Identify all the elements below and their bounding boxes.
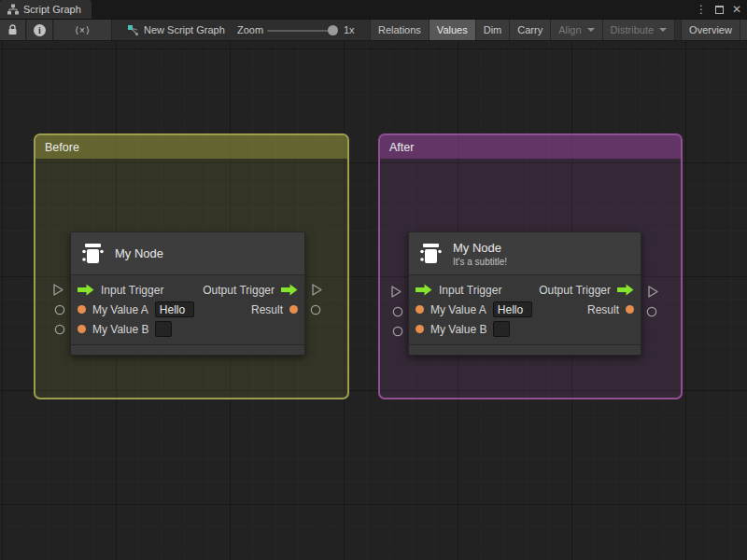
dropdown-arrow-icon [587,28,595,32]
fullscreen-button[interactable]: Full Scr [740,20,747,40]
zoom-label: Zoom [237,24,263,35]
ext-result-hint[interactable] [310,304,321,315]
maximize-icon[interactable] [715,6,724,14]
node-header[interactable]: My Node It's a subtitle! [409,232,641,275]
close-icon[interactable]: ✕ [732,0,741,19]
zoom-slider-handle[interactable] [328,25,338,35]
ext-exec-output-hint[interactable] [311,283,323,297]
group-before-label: Before [45,141,79,154]
port-row-value-a: My Value A Result [409,300,641,319]
graph-name-label: New Script Graph [144,24,225,35]
unit-box-icon [80,241,106,266]
result-port[interactable] [289,305,298,314]
exec-input-port[interactable] [416,284,432,296]
tab-title: Script Graph [23,4,81,15]
zoom-slider-track[interactable] [267,30,332,32]
exec-output-port[interactable] [617,284,634,296]
node-footer [71,344,304,355]
port-row-triggers: Input Trigger Output Trigger [71,280,304,300]
input-trigger-label: Input Trigger [439,284,501,297]
lock-icon [7,24,18,35]
window-menu-icon[interactable]: ⋮ [696,0,707,19]
lock-button[interactable] [0,20,26,40]
input-trigger-label: Input Trigger [101,284,163,297]
value-b-input[interactable] [493,321,510,337]
value-a-port[interactable] [78,305,86,314]
ext-exec-output-hint[interactable] [647,285,659,299]
ext-result-hint[interactable] [646,306,657,317]
ext-exec-input-hint[interactable] [390,285,402,299]
value-a-input[interactable] [155,301,194,317]
output-trigger-label: Output Trigger [539,284,611,297]
code-brackets-icon: ⟨×⟩ [75,25,91,35]
info-icon: i [34,24,46,36]
node-subtitle: It's a subtitle! [453,257,507,267]
result-label: Result [587,303,619,316]
node-body: Input Trigger Output Trigger My Value A [409,275,641,344]
ext-value-b-hint[interactable] [54,324,65,335]
graph-hierarchy-icon [7,4,19,15]
value-a-label: My Value A [92,303,148,316]
exec-input-port[interactable] [78,284,94,296]
value-b-input[interactable] [155,321,172,337]
ext-exec-input-hint[interactable] [52,283,64,297]
node-footer [409,344,641,355]
align-button[interactable]: Align [551,20,602,40]
group-after-header[interactable]: After [380,135,681,159]
ext-value-a-hint[interactable] [54,304,65,315]
value-b-label: My Value B [430,323,486,336]
port-row-value-b: My Value B [409,319,641,339]
code-preview-button[interactable]: ⟨×⟩ [54,20,112,40]
group-after-label: After [389,141,414,154]
port-row-value-b: My Value B [71,319,304,339]
node-my-node-after[interactable]: My Node It's a subtitle! Input Trigger O… [408,231,641,356]
dim-button[interactable]: Dim [476,20,511,40]
tab-bar: Script Graph ⋮ ✕ [0,0,747,19]
output-trigger-label: Output Trigger [203,284,275,297]
window-controls: ⋮ ✕ [696,0,745,19]
value-a-label: My Value A [430,303,486,316]
exec-output-port[interactable] [281,284,298,296]
zoom-value: 1x [344,24,355,35]
value-b-port[interactable] [78,325,86,333]
ext-value-b-hint[interactable] [392,326,403,337]
graph-canvas[interactable]: Before After My Node [0,41,747,560]
relations-button[interactable]: Relations [370,20,430,40]
graph-toolbar: i ⟨×⟩ New Script Graph Zoom 1x Relations… [0,19,747,41]
distribute-button[interactable]: Distribute [603,20,675,40]
node-title: My Node [115,246,163,260]
value-a-port[interactable] [416,305,424,314]
script-graph-window: Script Graph ⋮ ✕ i ⟨×⟩ New Script Graph … [0,0,747,560]
node-title: My Node [453,241,507,255]
dropdown-arrow-icon [659,28,667,32]
result-port[interactable] [626,305,634,314]
group-before-header[interactable]: Before [35,135,347,159]
port-row-value-a: My Value A Result [71,300,304,319]
ext-value-a-hint[interactable] [392,306,403,317]
port-row-triggers: Input Trigger Output Trigger [409,280,641,300]
node-body: Input Trigger Output Trigger My Value A [71,275,304,344]
carry-button[interactable]: Carry [510,20,551,40]
values-button[interactable]: Values [430,20,476,40]
value-a-input[interactable] [493,301,532,317]
info-button[interactable]: i [27,20,53,40]
node-header[interactable]: My Node [71,232,304,275]
overview-button[interactable]: Overview [681,20,740,40]
toolbar-button-row: Relations Values Dim Carry Align Distrib… [370,20,747,40]
value-b-label: My Value B [92,323,148,336]
script-graph-asset-icon [127,24,140,37]
value-b-port[interactable] [416,325,424,333]
unit-box-icon [418,241,444,266]
node-my-node-before[interactable]: My Node Input Trigger Output Trigger [70,231,305,356]
result-label: Result [251,303,283,316]
tab-script-graph[interactable]: Script Graph [0,0,92,19]
